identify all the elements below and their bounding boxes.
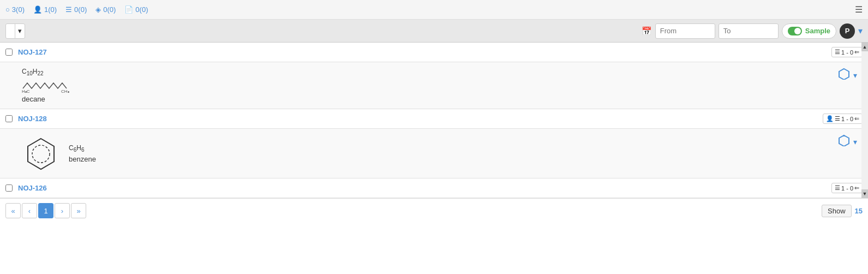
scroll-up[interactable]: ▲	[861, 43, 868, 51]
row-header-noj128: NOJ-128 👤 ☰ 1 - 0 ⇐	[0, 109, 868, 129]
top-nav: ○ 3(0) 👤 1(0) ☰ 0(0) ◈ 0(0) 📄 0(0) ☰	[0, 0, 868, 20]
list-icon-noj128: ☰	[835, 115, 840, 122]
svg-marker-3	[28, 139, 54, 169]
chevron-down-icon[interactable]: ▾	[858, 26, 863, 36]
people-icon: 👤	[33, 5, 42, 14]
scrollbar[interactable]: ▲ ▼	[861, 43, 868, 198]
svg-text:CH₃: CH₃	[61, 89, 69, 94]
split-button-arrow[interactable]: ▾	[15, 24, 25, 38]
nav-people[interactable]: 👤 1(0)	[33, 5, 57, 14]
nav-file[interactable]: 📄 0(0)	[124, 5, 148, 14]
list-nav-icon: ☰	[65, 5, 72, 14]
sample-toggle[interactable]: Sample	[782, 23, 836, 39]
nav-list[interactable]: ☰ 0(0)	[65, 5, 87, 14]
row-header-noj126: NOJ-126 ☰ 1 - 0 ⇐	[0, 178, 868, 198]
chevron-expand-benzene[interactable]: ▾	[853, 138, 857, 146]
reactions-icon: ○	[5, 5, 10, 14]
nav-layers[interactable]: ◈ 0(0)	[95, 5, 116, 14]
people-count: 1(0)	[44, 5, 57, 14]
user-icon-noj128: 👤	[826, 115, 834, 122]
layers-count: 0(0)	[103, 5, 116, 14]
molecule-actions-noj127: ▾	[838, 68, 857, 82]
benzene-formula: C6H6	[69, 144, 96, 153]
profile-button[interactable]: P	[840, 23, 855, 39]
molecule-area-benzene: C6H6 benzene ▾	[0, 129, 868, 178]
content-area: NOJ-127 ☰ 1 - 0 ⇐ C10H22 H₃C CH₃	[0, 43, 868, 198]
svg-text:H₃C: H₃C	[22, 89, 30, 94]
row-actions-noj127: ☰ 1 - 0 ⇐	[831, 47, 863, 57]
decane-svg: H₃C CH₃	[22, 78, 71, 94]
page-buttons: « ‹ 1 › »	[5, 203, 86, 218]
decane-formula: C10H22	[22, 68, 44, 76]
hexagon-icon-benzene[interactable]	[838, 134, 850, 149]
checkbox-noj128[interactable]	[5, 115, 13, 122]
to-input[interactable]	[719, 23, 779, 39]
page-last-button[interactable]: »	[71, 203, 86, 218]
page-current-button[interactable]: 1	[38, 203, 53, 218]
list-icon-noj126: ☰	[835, 184, 840, 192]
svg-marker-5	[839, 135, 849, 146]
filter-icon[interactable]: ☰	[855, 4, 863, 15]
share-icon-noj126: ⇐	[854, 184, 859, 192]
show-count: 15	[855, 207, 863, 215]
list-count-noj126: 1 - 0	[841, 185, 853, 192]
benzene-svg	[22, 134, 60, 172]
benzene-info: C6H6 benzene	[22, 134, 96, 172]
decane-name: decane	[22, 95, 45, 103]
toolbar: ▾ 📅 Sample P ▾	[0, 20, 868, 43]
sample-label: Sample	[805, 27, 830, 35]
hexagon-icon-noj127[interactable]	[838, 68, 850, 82]
list-icon-noj127: ☰	[835, 49, 840, 56]
page-first-button[interactable]: «	[5, 203, 21, 218]
list-count-noj127: 1 - 0	[841, 49, 853, 56]
list-badge-noj126[interactable]: ☰ 1 - 0 ⇐	[831, 183, 863, 193]
scroll-down[interactable]: ▼	[861, 189, 868, 198]
split-button[interactable]: ▾	[5, 23, 25, 39]
file-count: 0(0)	[135, 5, 148, 14]
decane-structure: C10H22 H₃C CH₃ decane	[22, 68, 71, 103]
benzene-details: C6H6 benzene	[69, 144, 96, 163]
svg-point-4	[32, 145, 50, 163]
file-icon: 📄	[124, 5, 133, 14]
row-actions-noj128: 👤 ☰ 1 - 0 ⇐	[823, 114, 863, 124]
row-id-noj127: NOJ-127	[18, 48, 831, 56]
share-icon-noj128: ⇐	[854, 115, 859, 122]
molecule-actions-benzene: ▾	[838, 134, 857, 149]
row-actions-noj126: ☰ 1 - 0 ⇐	[831, 183, 863, 193]
page-next-button[interactable]: ›	[55, 203, 70, 218]
chevron-expand-noj127[interactable]: ▾	[853, 71, 857, 80]
page-prev-button[interactable]: ‹	[22, 203, 37, 218]
list-badge-noj128[interactable]: 👤 ☰ 1 - 0 ⇐	[823, 114, 863, 124]
molecule-info-noj127: C10H22 H₃C CH₃ decane	[22, 68, 71, 103]
share-icon-noj127: ⇐	[854, 49, 859, 56]
reactions-count: 3(0)	[12, 5, 25, 14]
list-badge-noj127[interactable]: ☰ 1 - 0 ⇐	[831, 47, 863, 57]
from-input[interactable]	[655, 23, 715, 39]
pagination-bar: « ‹ 1 › » Show 15	[0, 198, 868, 223]
checkbox-noj127[interactable]	[5, 49, 13, 56]
row-id-noj128: NOJ-128	[18, 115, 823, 123]
molecule-area-noj127: C10H22 H₃C CH₃ decane ▾	[0, 62, 868, 109]
svg-marker-2	[839, 69, 849, 80]
layers-icon: ◈	[95, 5, 101, 14]
checkbox-noj126[interactable]	[5, 184, 13, 192]
split-button-main[interactable]	[6, 24, 15, 38]
toggle-dot	[788, 27, 802, 35]
row-id-noj126: NOJ-126	[18, 184, 831, 192]
show-area: Show 15	[822, 205, 863, 217]
row-header-noj127: NOJ-127 ☰ 1 - 0 ⇐	[0, 43, 868, 62]
list-count: 0(0)	[74, 5, 87, 14]
benzene-name: benzene	[69, 155, 96, 163]
list-count-noj128: 1 - 0	[841, 116, 853, 122]
show-button[interactable]: Show	[822, 205, 852, 217]
calendar-icon[interactable]: 📅	[642, 26, 652, 36]
nav-reactions[interactable]: ○ 3(0)	[5, 5, 25, 14]
